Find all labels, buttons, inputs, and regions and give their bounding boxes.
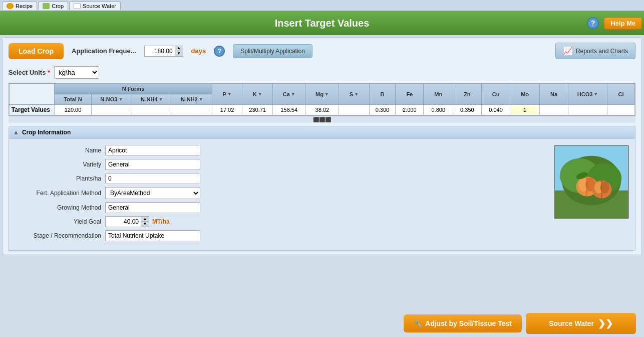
p-input[interactable] [214, 106, 240, 114]
source-water-button[interactable]: Source Water ❯❯ [526, 313, 636, 334]
split-multiply-button[interactable]: Split/Multiply Application [233, 44, 312, 58]
na-input[interactable] [541, 106, 566, 114]
units-label: Select Units * [9, 69, 50, 76]
yield-goal-row: Yield Goal ▲ ▼ MT/ha [15, 216, 544, 227]
units-select[interactable]: kg\ha lb/acre g/plant [54, 66, 99, 79]
variety-row: Variety [15, 159, 544, 170]
s-cell[interactable] [339, 105, 369, 115]
nutrient-table-area: N Forms P▼ K▼ Ca▼ Mg▼ S▼ B Fe Mn Zn Cu M… [9, 83, 635, 116]
tab-recipe[interactable]: Recipe [2, 2, 37, 10]
toolbar-help-icon[interactable]: ? [214, 46, 225, 57]
target-values-row: Target Values [10, 105, 635, 115]
n-nh2-cell[interactable] [172, 105, 212, 115]
plants-input[interactable] [105, 173, 200, 184]
n-nh4-cell[interactable] [132, 105, 172, 115]
load-crop-button[interactable]: Load Crop [9, 43, 64, 59]
yield-input[interactable] [106, 217, 141, 227]
total-n-input[interactable] [56, 106, 90, 114]
collapse-icon: ▲ [13, 129, 19, 136]
cl-cell[interactable] [607, 105, 634, 115]
total-n-cell[interactable] [55, 105, 92, 115]
tab-crop[interactable]: Crop [38, 2, 68, 10]
header-help-button[interactable]: ? [587, 17, 599, 29]
variety-input[interactable] [105, 159, 200, 170]
spin-up-button[interactable]: ▲ [175, 46, 183, 51]
adjust-soil-tissue-button[interactable]: 🔧 Adjust by Soil/Tissue Test [404, 314, 522, 332]
mo-header: Mo [510, 84, 540, 105]
growing-method-label: Growing Method [15, 204, 105, 211]
n-nh4-header: N-NH4▼ [132, 94, 172, 105]
zn-cell[interactable] [453, 105, 482, 115]
k-cell[interactable] [242, 105, 273, 115]
mn-input[interactable] [425, 106, 451, 114]
crop-info-header[interactable]: ▲ Crop Information [9, 126, 635, 139]
chart-icon: 📈 [563, 46, 573, 56]
fert-method-select[interactable]: ByAreaMethod [105, 187, 200, 199]
helpme-button[interactable]: Help Me [604, 17, 642, 30]
main-content: Load Crop Application Freque... ▲ ▼ days… [2, 37, 642, 254]
cu-header: Cu [481, 84, 510, 105]
target-values-label: Target Values [10, 105, 55, 115]
spin-down-button[interactable]: ▼ [175, 51, 183, 56]
n-forms-header: N Forms [55, 84, 212, 94]
recipe-icon [7, 3, 14, 9]
crop-icon [43, 3, 50, 9]
growing-method-input[interactable] [105, 202, 200, 213]
mo-cell[interactable] [510, 105, 540, 115]
apricot-illustration [555, 145, 628, 219]
k-header: K▼ [242, 84, 273, 105]
n-nh2-header: N-NH2▼ [172, 94, 212, 105]
yield-spinner[interactable]: ▲ ▼ [105, 216, 149, 227]
total-n-header: Total N [55, 94, 92, 105]
mn-cell[interactable] [424, 105, 453, 115]
days-label: days [191, 47, 206, 55]
k-input[interactable] [244, 106, 271, 114]
yield-spin-up[interactable]: ▲ [141, 217, 149, 222]
tab-source-water[interactable]: Source Water [69, 2, 121, 10]
n-no3-cell[interactable] [92, 105, 132, 115]
stage-label: Stage / Recommendation [15, 232, 105, 239]
name-row: Name [15, 145, 544, 156]
na-header: Na [539, 84, 568, 105]
horizontal-scrollbar[interactable]: ⬛⬛⬛ [9, 116, 635, 123]
growing-method-row: Growing Method [15, 202, 544, 213]
fe-cell[interactable] [396, 105, 424, 115]
yield-spin-down[interactable]: ▼ [141, 222, 149, 227]
required-star: * [48, 69, 50, 76]
mo-input[interactable] [512, 106, 538, 114]
helpme-btn[interactable]: Help Me [604, 17, 642, 30]
n-no3-input[interactable] [93, 106, 130, 114]
ca-cell[interactable] [273, 105, 305, 115]
tab-recipe-label: Recipe [16, 3, 33, 9]
name-input[interactable] [105, 145, 200, 156]
mg-cell[interactable] [305, 105, 339, 115]
ca-input[interactable] [274, 106, 303, 114]
app-freq-spinner[interactable]: ▲ ▼ [144, 46, 183, 57]
s-header: S▼ [339, 84, 369, 105]
mg-input[interactable] [307, 106, 337, 114]
plants-row: Plants/ha [15, 173, 544, 184]
hco3-cell[interactable] [568, 105, 607, 115]
n-nh2-input[interactable] [174, 106, 210, 114]
b-cell[interactable] [369, 105, 396, 115]
na-cell[interactable] [539, 105, 568, 115]
s-input[interactable] [341, 106, 367, 114]
stage-input[interactable] [105, 230, 200, 241]
n-nh4-input[interactable] [134, 106, 170, 114]
tab-bar: Recipe Crop Source Water [0, 0, 644, 11]
tab-source-water-label: Source Water [83, 3, 116, 9]
app-freq-input[interactable] [145, 46, 175, 56]
cu-input[interactable] [483, 106, 509, 114]
reports-charts-button[interactable]: 📈 Reports and Charts [555, 43, 635, 59]
zn-input[interactable] [455, 106, 480, 114]
crop-info-label: Crop Information [22, 129, 71, 136]
fe-input[interactable] [397, 106, 422, 114]
cl-header: Cl [607, 84, 634, 105]
toolbar: Load Crop Application Freque... ▲ ▼ days… [3, 38, 641, 64]
cu-cell[interactable] [481, 105, 510, 115]
help-circle-icon[interactable]: ? [587, 17, 599, 29]
cl-input[interactable] [609, 106, 633, 114]
p-cell[interactable] [212, 105, 242, 115]
hco3-input[interactable] [570, 106, 605, 114]
b-input[interactable] [371, 106, 394, 114]
